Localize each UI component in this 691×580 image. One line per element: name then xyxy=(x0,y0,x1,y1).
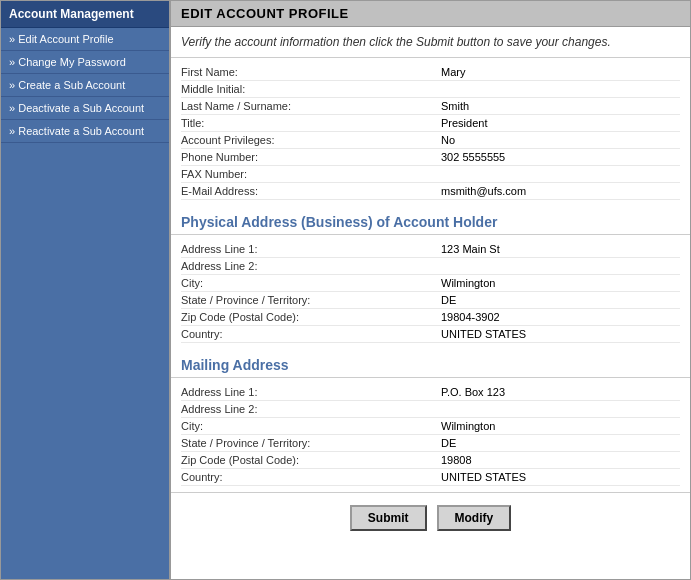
value-account-privileges: No xyxy=(441,134,455,146)
field-phys-city: City: Wilmington xyxy=(181,275,680,292)
account-fields-section: First Name: Mary Middle Initial: Last Na… xyxy=(171,58,690,206)
value-phys-state: DE xyxy=(441,294,456,306)
label-phys-addr2: Address Line 2: xyxy=(181,260,441,272)
value-mail-country: UNITED STATES xyxy=(441,471,526,483)
value-first-name: Mary xyxy=(441,66,465,78)
field-mail-state: State / Province / Territory: DE xyxy=(181,435,680,452)
button-row: Submit Modify xyxy=(171,492,690,539)
field-phys-zip: Zip Code (Postal Code): 19804-3902 xyxy=(181,309,680,326)
field-mail-addr1: Address Line 1: P.O. Box 123 xyxy=(181,384,680,401)
label-account-privileges: Account Privileges: xyxy=(181,134,441,146)
sidebar-header: Account Management xyxy=(1,1,169,28)
main-content: EDIT ACCOUNT PROFILE Verify the account … xyxy=(169,1,690,579)
field-phys-addr2: Address Line 2: xyxy=(181,258,680,275)
label-mail-country: Country: xyxy=(181,471,441,483)
physical-address-heading: Physical Address (Business) of Account H… xyxy=(171,206,690,235)
label-phys-addr1: Address Line 1: xyxy=(181,243,441,255)
value-mail-city: Wilmington xyxy=(441,420,495,432)
field-mail-country: Country: UNITED STATES xyxy=(181,469,680,486)
value-email: msmith@ufs.com xyxy=(441,185,526,197)
label-mail-city: City: xyxy=(181,420,441,432)
label-last-name: Last Name / Surname: xyxy=(181,100,441,112)
field-phys-addr1: Address Line 1: 123 Main St xyxy=(181,241,680,258)
value-mail-zip: 19808 xyxy=(441,454,472,466)
mailing-address-heading: Mailing Address xyxy=(171,349,690,378)
value-phys-city: Wilmington xyxy=(441,277,495,289)
field-mail-zip: Zip Code (Postal Code): 19808 xyxy=(181,452,680,469)
value-mail-state: DE xyxy=(441,437,456,449)
label-fax: FAX Number: xyxy=(181,168,441,180)
field-first-name: First Name: Mary xyxy=(181,64,680,81)
field-mail-addr2: Address Line 2: xyxy=(181,401,680,418)
sidebar-item-edit-profile[interactable]: Edit Account Profile xyxy=(1,28,169,51)
field-phys-country: Country: UNITED STATES xyxy=(181,326,680,343)
field-fax: FAX Number: xyxy=(181,166,680,183)
value-phys-addr1: 123 Main St xyxy=(441,243,500,255)
field-last-name: Last Name / Surname: Smith xyxy=(181,98,680,115)
sidebar-item-create-sub[interactable]: Create a Sub Account xyxy=(1,74,169,97)
field-mail-city: City: Wilmington xyxy=(181,418,680,435)
label-title: Title: xyxy=(181,117,441,129)
label-mail-addr1: Address Line 1: xyxy=(181,386,441,398)
physical-address-section: Address Line 1: 123 Main St Address Line… xyxy=(171,235,690,349)
sidebar-item-change-password[interactable]: Change My Password xyxy=(1,51,169,74)
submit-button[interactable]: Submit xyxy=(350,505,427,531)
label-phys-country: Country: xyxy=(181,328,441,340)
label-first-name: First Name: xyxy=(181,66,441,78)
value-title: President xyxy=(441,117,487,129)
field-middle-initial: Middle Initial: xyxy=(181,81,680,98)
field-title: Title: President xyxy=(181,115,680,132)
field-account-privileges: Account Privileges: No xyxy=(181,132,680,149)
label-email: E-Mail Address: xyxy=(181,185,441,197)
label-mail-zip: Zip Code (Postal Code): xyxy=(181,454,441,466)
value-phys-zip: 19804-3902 xyxy=(441,311,500,323)
sidebar-item-deactivate-sub[interactable]: Deactivate a Sub Account xyxy=(1,97,169,120)
label-mail-addr2: Address Line 2: xyxy=(181,403,441,415)
field-phys-state: State / Province / Territory: DE xyxy=(181,292,680,309)
field-phone: Phone Number: 302 5555555 xyxy=(181,149,680,166)
value-phone: 302 5555555 xyxy=(441,151,505,163)
label-phys-zip: Zip Code (Postal Code): xyxy=(181,311,441,323)
label-middle-initial: Middle Initial: xyxy=(181,83,441,95)
sidebar-item-reactivate-sub[interactable]: Reactivate a Sub Account xyxy=(1,120,169,143)
mailing-address-section: Address Line 1: P.O. Box 123 Address Lin… xyxy=(171,378,690,492)
label-phys-city: City: xyxy=(181,277,441,289)
page-title: EDIT ACCOUNT PROFILE xyxy=(171,1,690,27)
value-phys-country: UNITED STATES xyxy=(441,328,526,340)
label-phone: Phone Number: xyxy=(181,151,441,163)
value-last-name: Smith xyxy=(441,100,469,112)
value-mail-addr1: P.O. Box 123 xyxy=(441,386,505,398)
field-email: E-Mail Address: msmith@ufs.com xyxy=(181,183,680,200)
intro-text: Verify the account information then clic… xyxy=(171,27,690,58)
label-mail-state: State / Province / Territory: xyxy=(181,437,441,449)
modify-button[interactable]: Modify xyxy=(437,505,512,531)
label-phys-state: State / Province / Territory: xyxy=(181,294,441,306)
sidebar: Account Management Edit Account Profile … xyxy=(1,1,169,579)
